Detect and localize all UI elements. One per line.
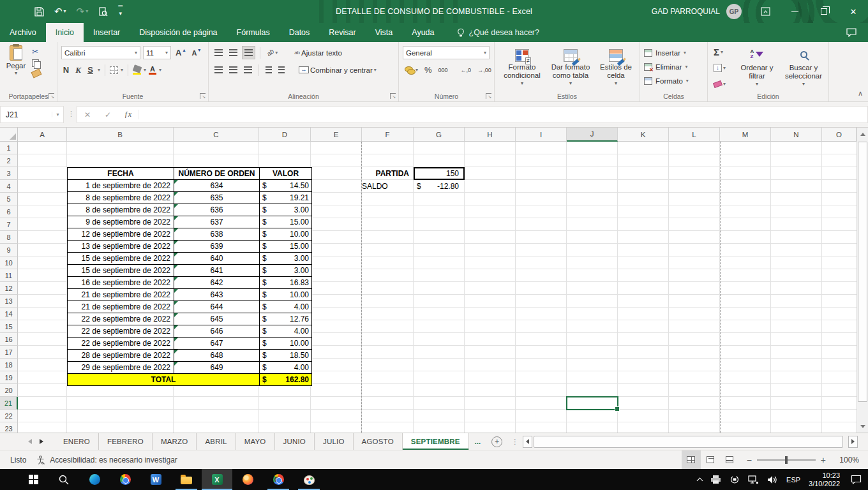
cell-fecha[interactable]: 22 de septiembre de 2022 bbox=[68, 338, 174, 350]
tab-inicio[interactable]: Inicio bbox=[46, 23, 84, 42]
number-format-combo[interactable]: General▾ bbox=[403, 46, 490, 59]
increase-indent-button[interactable] bbox=[276, 63, 287, 77]
alignment-dialog-launcher[interactable]: ↘ bbox=[390, 93, 396, 99]
taskbar-paint[interactable] bbox=[294, 469, 324, 490]
column-header-I[interactable]: I bbox=[516, 128, 567, 142]
zoom-percent[interactable]: 100% bbox=[835, 456, 859, 464]
font-name-combo[interactable]: Calibri▾ bbox=[61, 46, 140, 59]
zoom-in-button[interactable]: + bbox=[821, 455, 826, 465]
sheet-tab-febrero[interactable]: FEBRERO bbox=[99, 433, 153, 450]
italic-button[interactable]: K bbox=[73, 65, 83, 75]
orientation-button[interactable]: ab▾ bbox=[265, 46, 280, 59]
font-size-combo[interactable]: 11▾ bbox=[143, 46, 171, 59]
tab-ayuda[interactable]: Ayuda bbox=[402, 23, 444, 42]
sheet-tab-junio[interactable]: JUNIO bbox=[275, 433, 315, 450]
cell-fecha[interactable]: 15 de septiembre de 2022 bbox=[68, 253, 174, 265]
cell-fecha[interactable]: 21 de septiembre de 2022 bbox=[68, 301, 174, 313]
cell-valor[interactable]: $16.83 bbox=[260, 277, 312, 289]
column-header-O[interactable]: O bbox=[822, 128, 857, 142]
underline-button[interactable]: S bbox=[86, 65, 95, 75]
autosum-button[interactable]: Σ▾ bbox=[712, 46, 733, 58]
column-header-A[interactable]: A bbox=[18, 128, 67, 142]
sort-filter-button[interactable]: AZ Ordenar y filtrar ▾ bbox=[735, 46, 779, 91]
align-left-button[interactable] bbox=[213, 63, 225, 77]
row-header-8[interactable]: 8 bbox=[0, 231, 18, 244]
taskbar-edge[interactable] bbox=[79, 469, 110, 490]
printer-icon[interactable] bbox=[710, 475, 721, 484]
cell-orden[interactable]: 634 bbox=[174, 180, 260, 192]
cell-fecha[interactable]: 15 de septiembre de 2022 bbox=[68, 265, 174, 277]
comma-style-button[interactable]: 000 bbox=[437, 63, 450, 77]
taskbar-chrome[interactable] bbox=[110, 469, 140, 490]
column-header-D[interactable]: D bbox=[259, 128, 311, 142]
taskbar-chrome-profile[interactable] bbox=[263, 469, 294, 490]
tray-expand-chevron[interactable] bbox=[697, 477, 703, 484]
cancel-icon[interactable]: ✕ bbox=[77, 110, 98, 119]
cell-orden[interactable]: 647 bbox=[174, 338, 260, 350]
next-sheet-arrow[interactable] bbox=[40, 439, 43, 444]
row-header-15[interactable]: 15 bbox=[0, 320, 18, 333]
column-header-F[interactable]: F bbox=[362, 128, 414, 142]
merge-center-button[interactable]: ↔ Combinar y centrar ▾ bbox=[297, 63, 378, 77]
font-dialog-launcher[interactable]: ↘ bbox=[200, 93, 206, 99]
paste-button[interactable]: Pegar ▾ bbox=[4, 45, 28, 77]
cell-fecha[interactable]: 1 de septiembre de 2022 bbox=[68, 180, 174, 192]
scroll-up-button[interactable] bbox=[857, 128, 868, 140]
zoom-out-button[interactable]: − bbox=[747, 455, 752, 465]
row-header-23[interactable]: 23 bbox=[0, 422, 18, 433]
cell-styles-button[interactable]: Estilos de celda ▾ bbox=[595, 45, 636, 91]
clipboard-dialog-launcher[interactable]: ↘ bbox=[49, 93, 54, 99]
customize-qat-button[interactable]: ▔▾ bbox=[118, 7, 123, 16]
format-as-table-button[interactable]: Dar formato como tabla ▾ bbox=[547, 45, 594, 91]
row-header-9[interactable]: 9 bbox=[0, 244, 18, 256]
cell-orden[interactable]: 645 bbox=[174, 313, 260, 325]
sheet-tabs-overflow[interactable]: ... bbox=[469, 433, 487, 450]
account-name[interactable]: GAD PARROQUIAL bbox=[652, 7, 720, 16]
increase-decimal-button[interactable]: ←,0 bbox=[459, 63, 474, 77]
row-header-16[interactable]: 16 bbox=[0, 333, 18, 346]
cell-valor[interactable]: $4.00 bbox=[260, 325, 312, 338]
align-right-button[interactable] bbox=[242, 63, 254, 77]
wrap-text-button[interactable]: ab Ajustar texto bbox=[292, 46, 344, 59]
cell-fecha[interactable]: 12 de septiembre de 2022 bbox=[68, 228, 174, 241]
save-button[interactable] bbox=[34, 7, 44, 17]
vertical-scroll-thumb[interactable] bbox=[858, 142, 867, 402]
new-sheet-button[interactable]: + bbox=[491, 433, 502, 450]
view-page-layout-button[interactable] bbox=[701, 450, 720, 469]
row-header-11[interactable]: 11 bbox=[0, 269, 18, 282]
cell-valor[interactable]: $10.00 bbox=[260, 289, 312, 301]
undo-button[interactable]: ↶▾ bbox=[54, 6, 66, 17]
column-header-K[interactable]: K bbox=[618, 128, 669, 142]
cell-valor[interactable]: $10.00 bbox=[260, 228, 312, 241]
notification-center-icon[interactable] bbox=[851, 475, 862, 484]
saldo-label-cell[interactable]: SALDO bbox=[362, 182, 414, 191]
view-normal-button[interactable] bbox=[682, 450, 701, 469]
taskbar-excel[interactable]: X bbox=[202, 469, 232, 490]
row-header-4[interactable]: 4 bbox=[0, 180, 18, 193]
cell-orden[interactable]: 644 bbox=[174, 301, 260, 313]
delete-cells-button[interactable]: Eliminar ▾ bbox=[644, 60, 705, 74]
select-all-corner[interactable] bbox=[0, 128, 18, 142]
ribbon-display-options-button[interactable] bbox=[751, 0, 780, 23]
network-icon[interactable] bbox=[748, 475, 759, 484]
header-valor[interactable]: VALOR bbox=[260, 168, 312, 180]
cell-valor[interactable]: $12.76 bbox=[260, 313, 312, 325]
scroll-down-button[interactable] bbox=[857, 420, 868, 433]
cell-valor[interactable]: $3.00 bbox=[260, 204, 312, 216]
sheet-tab-abril[interactable]: ABRIL bbox=[197, 433, 236, 450]
close-button[interactable]: ✕ bbox=[839, 0, 868, 23]
number-dialog-launcher[interactable]: ↘ bbox=[486, 93, 491, 99]
cell-orden[interactable]: 637 bbox=[174, 216, 260, 228]
cell-valor[interactable]: $3.00 bbox=[260, 265, 312, 277]
cell-valor[interactable]: $4.00 bbox=[260, 301, 312, 313]
row-header-13[interactable]: 13 bbox=[0, 295, 18, 308]
restore-button[interactable] bbox=[809, 0, 839, 23]
column-header-N[interactable]: N bbox=[771, 128, 822, 142]
bold-button[interactable]: N bbox=[61, 65, 71, 75]
saldo-value-cell[interactable]: $ -12.80 bbox=[414, 182, 465, 191]
fill-color-button[interactable] bbox=[133, 66, 141, 75]
cell-fecha[interactable]: 13 de septiembre de 2022 bbox=[68, 241, 174, 253]
cell-valor[interactable]: $18.50 bbox=[260, 350, 312, 362]
borders-button[interactable] bbox=[110, 66, 118, 74]
tab-disposicion[interactable]: Disposición de página bbox=[130, 23, 227, 42]
